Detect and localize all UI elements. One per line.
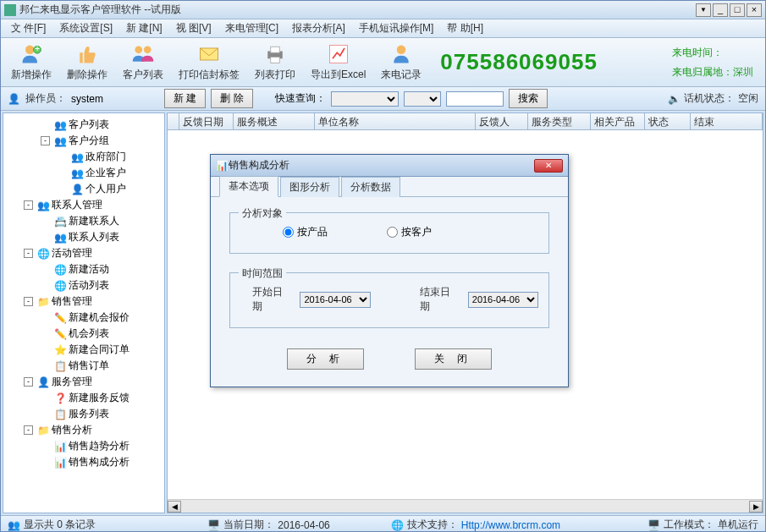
dropdown-button[interactable]: ▼ <box>696 3 711 17</box>
printer-icon <box>263 42 287 66</box>
status-mode: 🖥️ 工作模式：单机运行 <box>648 518 758 532</box>
monitor-icon: 🖥️ <box>648 519 660 531</box>
delete-button[interactable]: 删 除 <box>211 89 252 108</box>
th-status[interactable]: 状态 <box>645 113 691 129</box>
tree-sales-analysis[interactable]: -📁销售分析 <box>3 422 164 438</box>
tab-basic[interactable]: 基本选项 <box>219 176 278 197</box>
th-selector[interactable] <box>168 113 179 129</box>
tree-new-order[interactable]: ⭐新建合同订单 <box>3 342 164 358</box>
radio-by-product-input[interactable] <box>283 227 294 238</box>
scroll-right-icon[interactable]: ▶ <box>749 501 763 513</box>
tree-service-mgr[interactable]: -👤服务管理 <box>3 374 164 390</box>
tool-delete-label: 删除操作 <box>67 68 107 82</box>
tree-new-feedback[interactable]: ❓新建服务反馈 <box>3 390 164 406</box>
menu-view[interactable]: 视 图[V] <box>169 19 218 37</box>
tree-personal[interactable]: 👤个人用户 <box>3 181 164 197</box>
th-product[interactable]: 相关产品 <box>591 113 645 129</box>
tree-sales-order[interactable]: 📋销售订单 <box>3 358 164 374</box>
people-small-icon: 👥 <box>8 519 20 531</box>
tree-trend[interactable]: 📊销售趋势分析 <box>3 438 164 454</box>
tool-export[interactable]: 导出到Excel <box>307 41 369 84</box>
svg-point-10 <box>397 46 406 55</box>
quick-search-field[interactable] <box>331 91 399 107</box>
menu-help[interactable]: 帮 助[H] <box>440 19 490 37</box>
tree-new-contact[interactable]: 📇新建联系人 <box>3 213 164 229</box>
th-desc[interactable]: 服务概述 <box>234 113 315 129</box>
tree-customer-list[interactable]: 👥客户列表 <box>3 117 164 133</box>
th-date[interactable]: 反馈日期 <box>179 113 234 129</box>
menu-settings[interactable]: 系统设置[S] <box>52 19 119 37</box>
status-bar: 👥 显示共 0 条记录 🖥️ 当前日期：2016-04-06 🌐 技术支持： H… <box>1 515 765 532</box>
radio-by-product[interactable]: 按产品 <box>283 225 328 239</box>
menu-call[interactable]: 来电管理[C] <box>218 19 285 37</box>
tab-data[interactable]: 分析数据 <box>341 177 400 197</box>
tree-customer-group[interactable]: -👥客户分组 <box>3 133 164 149</box>
legend-time: 时间范围 <box>239 266 286 281</box>
svg-point-0 <box>25 46 35 55</box>
tool-print-label[interactable]: 打印信封标签 <box>175 41 243 84</box>
fieldset-target: 分析对象 按产品 按客户 <box>229 212 549 254</box>
end-date-select[interactable]: 2016-04-06 <box>468 292 538 308</box>
radio-by-customer[interactable]: 按客户 <box>387 225 432 239</box>
table-header: 反馈日期 服务概述 单位名称 反馈人 服务类型 相关产品 状态 结束 <box>168 113 763 130</box>
tree-gov[interactable]: 👥政府部门 <box>3 149 164 165</box>
maximize-button[interactable]: □ <box>730 3 745 17</box>
dialog-close-btn[interactable]: 关 闭 <box>415 348 492 370</box>
tool-print-list[interactable]: 列表打印 <box>251 41 299 84</box>
tree-contact-list[interactable]: 👥联系人列表 <box>3 229 164 245</box>
tool-delete[interactable]: 删除操作 <box>63 41 111 84</box>
tab-graph[interactable]: 图形分析 <box>280 177 339 197</box>
menu-file[interactable]: 文 件[F] <box>4 19 52 37</box>
tree-new-activity[interactable]: 🌐新建活动 <box>3 261 164 277</box>
tree-activity-mgr[interactable]: -🌐活动管理 <box>3 245 164 261</box>
menu-new[interactable]: 新 建[N] <box>119 19 169 37</box>
status-date: 🖥️ 当前日期：2016-04-06 <box>207 518 329 532</box>
tree-contact-mgr[interactable]: -👥联系人管理 <box>3 197 164 213</box>
start-date-select[interactable]: 2016-04-06 <box>300 292 370 308</box>
support-link[interactable]: Http://www.brcrm.com <box>461 519 560 531</box>
sidebar: 👥客户列表 -👥客户分组 👥政府部门 👥企业客户 👤个人用户 -👥联系人管理 📇… <box>3 112 165 513</box>
dialog-close-button[interactable]: ✕ <box>534 159 563 173</box>
th-type[interactable]: 服务类型 <box>528 113 591 129</box>
radio-by-customer-input[interactable] <box>387 227 398 238</box>
dialog-titlebar[interactable]: 📊 销售构成分析 ✕ <box>211 155 568 177</box>
tree-compose[interactable]: 📊销售构成分析 <box>3 454 164 470</box>
dialog-icon: 📊 <box>216 160 229 172</box>
tool-call-log[interactable]: 来电记录 <box>377 41 425 84</box>
close-button[interactable]: × <box>747 3 762 17</box>
content-area: 反馈日期 服务概述 单位名称 反馈人 服务类型 相关产品 状态 结束 📊 销售构… <box>167 112 763 513</box>
tool-add[interactable]: + 新增操作 <box>8 41 55 84</box>
tool-print-label-label: 打印信封标签 <box>179 68 240 82</box>
tool-add-label: 新增操作 <box>11 68 52 82</box>
tree-activity-list[interactable]: 🌐活动列表 <box>3 277 164 293</box>
th-company[interactable]: 单位名称 <box>315 113 476 129</box>
analyze-button[interactable]: 分 析 <box>287 348 364 370</box>
new-button[interactable]: 新 建 <box>164 89 206 108</box>
horizontal-scrollbar[interactable]: ◀ ▶ <box>168 499 763 513</box>
window-title: 邦仁来电显示客户管理软件 --试用版 <box>19 3 696 17</box>
tree-opp-list[interactable]: ✏️机会列表 <box>3 326 164 342</box>
tool-export-label: 导出到Excel <box>311 68 366 82</box>
quick-search-input[interactable] <box>446 91 504 107</box>
th-end[interactable]: 结束 <box>691 113 763 129</box>
app-icon <box>4 4 16 16</box>
scroll-left-icon[interactable]: ◀ <box>168 501 181 513</box>
svg-text:+: + <box>35 43 40 53</box>
quick-search-op[interactable] <box>404 91 441 107</box>
search-button[interactable]: 搜索 <box>509 89 548 108</box>
tree-service-list[interactable]: 📋服务列表 <box>3 406 164 422</box>
status-support: 🌐 技术支持： Http://www.brcrm.com <box>391 518 560 532</box>
minimize-button[interactable]: _ <box>713 3 728 17</box>
tool-customers[interactable]: 客户列表 <box>119 41 167 84</box>
svg-rect-7 <box>271 47 280 52</box>
phone-status-label: 话机状态： <box>684 91 735 106</box>
chart-icon <box>327 42 350 66</box>
person-icon <box>389 42 413 66</box>
th-reporter[interactable]: 反馈人 <box>476 113 528 129</box>
svg-point-4 <box>144 46 152 53</box>
tree-sales-mgr[interactable]: -📁销售管理 <box>3 293 164 310</box>
menu-report[interactable]: 报表分析[A] <box>285 19 352 37</box>
tree-corp[interactable]: 👥企业客户 <box>3 165 164 181</box>
tree-new-quote[interactable]: ✏️新建机会报价 <box>3 310 164 326</box>
menu-sms[interactable]: 手机短讯操作[M] <box>352 19 441 37</box>
